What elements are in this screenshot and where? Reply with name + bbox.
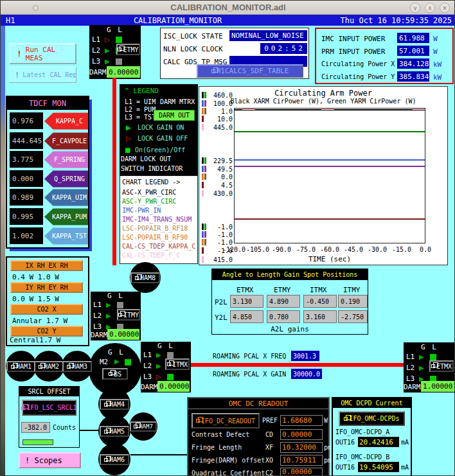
ham7-button[interactable]: HAM7: [130, 421, 157, 432]
related-display-icon: [109, 372, 112, 376]
square-icon: ■: [125, 146, 130, 154]
kappa-c-value: 0.976: [10, 112, 43, 129]
plot-frame: [234, 108, 425, 243]
co2-x-button[interactable]: CO2 X: [10, 304, 83, 315]
ham6-omc-wire: [130, 454, 187, 455]
srcl-offset-panel: SRCL OFFSET IFO_LSC_SRCL1 -382.0 Counts: [19, 386, 80, 448]
beam-path-wire: [112, 78, 116, 265]
a2l-col-itmx: ITMX: [310, 286, 327, 294]
a2l-p2l-itmx[interactable]: -0.450: [303, 295, 337, 308]
legend-entry: LSC-POPAIR_B_RF90: [122, 234, 188, 241]
gain-arrow-indicator: ▶: [105, 46, 110, 55]
dcpd-b-out-label: OUT16: [335, 464, 355, 471]
ham6-button[interactable]: HAM6: [100, 454, 129, 465]
related-display-icon: [104, 430, 108, 434]
f-spring-button[interactable]: F_SPRING: [44, 151, 88, 168]
run-cal-meas-button[interactable]: ! Run CAL MEAS: [9, 43, 76, 64]
scopes-button[interactable]: ! Scopes: [19, 452, 81, 468]
exclamation-icon: !: [17, 49, 22, 58]
ham8-button[interactable]: HAM8: [130, 272, 160, 283]
sus-etmy-panel: G L L1▷ L2▶ L3▶ ETMY DARM 0.00000: [89, 25, 141, 79]
stage-label: L2: [92, 46, 100, 55]
kappa-c-button[interactable]: KAPPA_C: [44, 112, 88, 130]
a2l-y2l-etmx[interactable]: 4.850: [230, 310, 263, 323]
circ-y-unit: kW: [433, 73, 442, 82]
gain-arrow-indicator: ▶: [156, 362, 161, 371]
ham4-button[interactable]: HAM4: [100, 399, 129, 410]
stage-label: L3: [406, 375, 415, 383]
desktop-background-strip: [1, 26, 5, 476]
switch-indicator: [430, 354, 436, 360]
co2-y-value: Central1.7 W: [10, 336, 60, 344]
kappa-uim-value: 0.989: [10, 189, 43, 206]
kappa-tst-button[interactable]: KAPPA_TST: [44, 227, 88, 245]
ifo-dc-readout-button[interactable]: IFO_DC_READOUT: [192, 413, 260, 428]
a2l-caption: A2L gains: [212, 325, 368, 333]
stage-label: L3: [92, 57, 100, 66]
a2l-y2l-itmy[interactable]: -2.750: [338, 310, 368, 323]
f-cavpole-button[interactable]: F_CAVPOLE: [44, 132, 88, 150]
q-spring-button[interactable]: Q_SPRING: [44, 170, 88, 188]
srcl-display-button[interactable]: IFO_LSC_SRCL1: [22, 400, 76, 416]
sdf-table-button[interactable]: H1CALCS_SDF_TABLE: [197, 64, 303, 78]
y-axis-label: 10.0: [202, 115, 233, 123]
circ-y-value: 385.834: [397, 71, 429, 82]
itmy-display-button[interactable]: ITMY: [117, 309, 140, 321]
triangle-on-icon: ▶: [126, 124, 131, 131]
roaming-gain-label: ROAMING PCAL X GAIN: [213, 371, 286, 378]
window-menu-icon[interactable]: [33, 5, 39, 11]
etmy-display-button[interactable]: ETMY: [116, 44, 140, 55]
omc-dcpd-title: OMC DCPD Current: [333, 398, 411, 408]
co2-y-button[interactable]: CO2 Y: [10, 326, 83, 337]
nln-clock-label: NLN LOCK CLOCK: [163, 45, 223, 53]
a2l-p2l-itmy[interactable]: 0.190: [338, 295, 368, 308]
roaming-gain-value[interactable]: 30000.0: [291, 369, 322, 379]
a2l-p2l-etmy[interactable]: 4.890: [267, 295, 300, 308]
ham3-button[interactable]: HAM3: [62, 361, 92, 372]
co2-x-value: Annular 1.7 W: [12, 317, 67, 325]
related-display-icon: [104, 458, 108, 462]
ham2-button[interactable]: HAM2: [34, 361, 64, 372]
a2l-col-itmy: ITMY: [343, 286, 361, 294]
y-axis-label: 0.0: [202, 173, 233, 181]
bs-display-button[interactable]: BS: [102, 368, 128, 380]
iy-ey-rh-button[interactable]: IY RH EY RH: [10, 282, 83, 293]
isc-state-label: ISC_LOCK STATE: [163, 32, 223, 40]
ham5-button[interactable]: HAM5: [100, 426, 129, 437]
srcl-unit-label: Counts: [53, 424, 76, 431]
a2l-y2l-itmx[interactable]: 3.160: [303, 310, 337, 323]
ham1-button[interactable]: HAM1: [6, 361, 36, 372]
cd-value: 0.00000: [280, 429, 323, 440]
a2l-y2l-etmy[interactable]: 0.780: [267, 310, 300, 323]
a2l-p2l-etmx[interactable]: 3.130: [230, 295, 263, 308]
dcpd-a-name: IFO_OMC-DCPD_A: [335, 428, 389, 436]
gain-arrow-indicator: ▶: [156, 351, 161, 360]
kappa-uim-button[interactable]: KAPPA_UIM: [44, 189, 88, 206]
latest-cal-report-button[interactable]: ! Latest CAL Report: [9, 67, 76, 83]
gain-arrow-indicator: ▶: [419, 353, 424, 362]
legend-l1: L1 = UIM: [125, 98, 156, 105]
srcl-offset-value[interactable]: -382.0: [21, 422, 50, 433]
kappa-pum-button[interactable]: KAPPA_PUM: [44, 208, 88, 225]
xarm-beam-wire: [191, 363, 404, 367]
related-display-icon: [134, 425, 138, 428]
series-line-yarm: [235, 131, 425, 132]
legend-l3: L3 = TST: [125, 114, 156, 121]
y-axis-label: 430.0: [202, 190, 233, 197]
etmx-display-button[interactable]: ETMX: [429, 360, 454, 372]
contrast-defect-label: Contrast Defect: [192, 431, 249, 438]
y-axis-label: 415.0: [202, 256, 233, 263]
window-shade-icon[interactable]: ∨: [410, 3, 420, 13]
window-close-icon[interactable]: ×: [440, 3, 450, 13]
legend-entry: IMC-PWR_IN: [122, 207, 161, 214]
ix-ex-rh-button[interactable]: IX RH EX RH: [10, 260, 83, 271]
omc-dc-title: OMC DC READOUT: [188, 398, 328, 409]
f-spring-value: 3.775: [10, 151, 43, 168]
a2l-title: Angle to Length Gain Spot Positions: [212, 269, 368, 280]
onoff-label: On(Green)/Off: [135, 146, 185, 154]
window-maximize-icon[interactable]: ∧: [425, 3, 435, 13]
roaming-freq-value[interactable]: 3001.3: [291, 351, 319, 361]
xo-code: XO: [265, 457, 273, 464]
itmx-display-button[interactable]: ITMX: [165, 358, 190, 370]
omc-dcpds-button[interactable]: IFO_OMC-DCPDs: [339, 411, 405, 426]
